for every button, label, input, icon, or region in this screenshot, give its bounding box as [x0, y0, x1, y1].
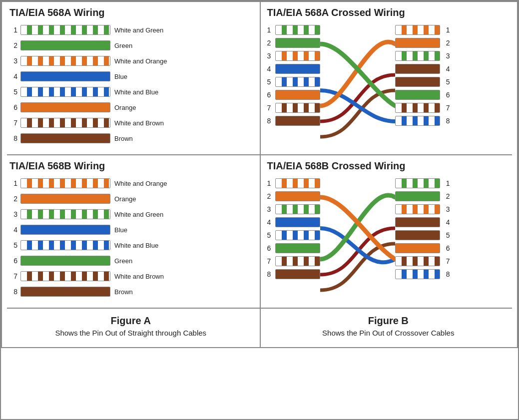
pin-number: 5 [9, 241, 17, 249]
wire-row: 7White and Brown [9, 116, 252, 129]
crossed-right-col: 12345678 [395, 23, 450, 127]
wire-label: White and Orange [114, 180, 167, 187]
wire-bar [275, 38, 320, 48]
wire-bar [20, 225, 110, 235]
wire-bar [20, 194, 110, 204]
wire-bar [20, 56, 110, 66]
pin-number: 4 [267, 65, 275, 73]
pin-number: 8 [442, 270, 450, 278]
pin-number: 5 [267, 78, 275, 86]
pin-number: 3 [442, 52, 450, 60]
crossed-pin-row: 6 [267, 242, 320, 255]
pin-number: 1 [442, 179, 450, 187]
wire-bar [275, 230, 320, 240]
wire-label: White and Blue [114, 242, 158, 249]
wire-bar [20, 87, 110, 97]
crossed-pin-row: 1 [267, 177, 320, 190]
pin-number: 6 [442, 244, 450, 252]
crossed-pin-row: 1 [395, 23, 450, 36]
title-568a-crossed: TIA/EIA 568A Crossed Wiring [267, 7, 510, 18]
wire-bar [395, 217, 440, 227]
wire-bar [395, 38, 440, 48]
crossed-pin-row: 4 [395, 216, 450, 229]
pin-number: 8 [442, 117, 450, 125]
wire-label: White and Orange [114, 57, 167, 65]
wire-bar [395, 90, 440, 100]
crossed-pin-row: 7 [267, 255, 320, 268]
pin-number: 1 [267, 179, 275, 187]
pin-number: 7 [442, 257, 450, 265]
pin-number: 3 [442, 205, 450, 213]
title-568a-straight: TIA/EIA 568A Wiring [9, 7, 252, 18]
wire-bar [275, 77, 320, 87]
crossed-pin-row: 4 [395, 62, 450, 75]
wire-row: 8Brown [9, 285, 252, 298]
wire-bar [395, 256, 440, 266]
wire-bar [275, 103, 320, 113]
crossover-svg [320, 23, 395, 149]
pin-number: 6 [267, 91, 275, 99]
section-568b-crossed: TIA/EIA 568B Crossed Wiring 123456781234… [260, 155, 518, 308]
wire-bar [395, 25, 440, 35]
wire-label: White and Green [114, 211, 163, 218]
crossed-pin-row: 5 [395, 229, 450, 242]
crossed-pin-row: 7 [267, 101, 320, 114]
pin-number: 6 [9, 103, 17, 111]
wire-bar [20, 287, 110, 297]
wire-label: Orange [114, 104, 136, 111]
pin-number: 3 [267, 205, 275, 213]
pin-number: 2 [267, 192, 275, 200]
wire-row: 1White and Green [9, 23, 252, 36]
wire-row: 3White and Orange [9, 54, 252, 67]
crossed-pin-row: 2 [267, 190, 320, 203]
figure-b-desc: Shows the Pin Out of Crossover Cables [260, 329, 518, 342]
wire-bar [275, 90, 320, 100]
crossed-pin-row: 1 [395, 177, 450, 190]
crossed-left-col: 12345678 [267, 23, 320, 127]
crossover-svg [320, 177, 395, 303]
crossed-568a: 1234567812345678 [267, 23, 510, 149]
pin-number: 4 [442, 218, 450, 226]
wire-bar [20, 271, 110, 281]
wire-label: White and Green [114, 26, 163, 34]
wire-row: 2Orange [9, 192, 252, 205]
wire-bar [20, 133, 110, 143]
pin-number: 1 [9, 179, 17, 187]
pin-number: 4 [9, 72, 17, 80]
wire-bar [20, 25, 110, 35]
wire-row: 4Blue [9, 70, 252, 83]
crossed-pin-row: 6 [267, 88, 320, 101]
pin-number: 7 [9, 119, 17, 127]
crossed-pin-row: 5 [395, 75, 450, 88]
section-568b-straight: TIA/EIA 568B Wiring 1White and Orange2Or… [2, 155, 260, 308]
title-568b-straight: TIA/EIA 568B Wiring [9, 160, 252, 172]
section-568a-straight: TIA/EIA 568A Wiring 1White and Green2Gre… [2, 2, 260, 154]
pin-number: 3 [9, 210, 17, 218]
pin-number: 2 [267, 39, 275, 47]
wire-row: 1White and Orange [9, 177, 252, 190]
wire-bar [20, 178, 110, 188]
pin-number: 1 [442, 26, 450, 34]
crossed-568b: 1234567812345678 [267, 177, 510, 303]
wire-label: White and Brown [114, 273, 164, 280]
figure-a-label: Figure A [2, 311, 260, 329]
crossed-right-col: 12345678 [395, 177, 450, 281]
wire-row: 3White and Green [9, 208, 252, 221]
pin-list-568a-straight: 1White and Green2Green3White and Orange4… [9, 23, 252, 145]
crossed-pin-row: 3 [395, 49, 450, 62]
crossed-pin-row: 8 [267, 114, 320, 127]
crossed-pin-row: 2 [395, 190, 450, 203]
wire-bar [20, 71, 110, 81]
pin-number: 5 [267, 231, 275, 239]
wire-bar [275, 25, 320, 35]
wire-label: Orange [114, 195, 136, 203]
pin-number: 6 [267, 244, 275, 252]
wire-bar [20, 102, 110, 112]
wire-bar [275, 256, 320, 266]
wire-label: White and Blue [114, 88, 158, 96]
crossed-pin-row: 7 [395, 255, 450, 268]
crossed-pin-row: 6 [395, 88, 450, 101]
pin-number: 5 [442, 231, 450, 239]
pin-number: 2 [442, 39, 450, 47]
pin-number: 7 [267, 104, 275, 112]
